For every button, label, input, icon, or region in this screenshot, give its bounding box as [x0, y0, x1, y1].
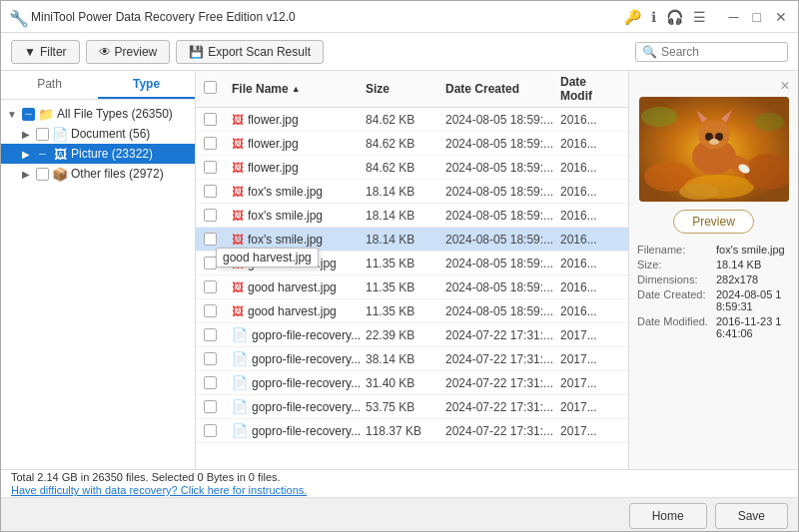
- meta-row-date-created: Date Created: 2024-08-05 18:59:31: [637, 288, 790, 312]
- table-row[interactable]: 🖼good harvest.jpg 11.35 KB 2024-08-05 18…: [196, 252, 628, 275]
- row-checkbox-10[interactable]: [204, 328, 217, 341]
- search-box[interactable]: 🔍: [635, 42, 788, 62]
- row-checkbox-9[interactable]: [204, 304, 217, 317]
- close-button[interactable]: ✕: [772, 9, 790, 25]
- folder-icon-other: 📦: [52, 168, 68, 180]
- tree-item-document[interactable]: ▶ 📄 Document (56): [1, 124, 195, 144]
- table-row[interactable]: 🖼flower.jpg 84.62 KB 2024-08-05 18:59:..…: [196, 156, 628, 180]
- title-bar: 🔧 MiniTool Power Data Recovery Free Edit…: [1, 1, 798, 33]
- svg-point-16: [641, 107, 677, 127]
- tab-path[interactable]: Path: [1, 71, 98, 99]
- jpg-icon: 🖼: [232, 304, 244, 318]
- date-created-label: Date Created:: [637, 288, 712, 312]
- table-row[interactable]: 🖼fox's smile.jpg 18.14 KB 2024-08-05 18:…: [196, 180, 628, 204]
- row-checkbox-7[interactable]: [204, 257, 217, 269]
- tree-item-picture[interactable]: ▶ ─ 🖼 Picture (23322): [1, 144, 195, 164]
- preview-icon: 👁: [99, 45, 111, 59]
- date-modified-label: Date Modified.: [637, 315, 712, 339]
- tree-item-all[interactable]: ▼ ─ 📁 All File Types (26350): [1, 104, 195, 124]
- checkbox-picture[interactable]: ─: [36, 148, 49, 161]
- meta-row-size: Size: 18.14 KB: [637, 259, 790, 270]
- jpg-icon: 🖼: [232, 161, 244, 175]
- row-checkbox-2[interactable]: [204, 137, 217, 150]
- meta-row-dimensions: Dimensions: 282x178: [637, 273, 790, 285]
- header-name[interactable]: File Name ▲: [232, 82, 366, 96]
- table-row[interactable]: 📄gopro-file-recovery... 53.75 KB 2024-07…: [196, 395, 628, 419]
- tree-label-other: Other files (2972): [71, 167, 164, 181]
- status-text: Total 2.14 GB in 26350 files. Selected 0…: [11, 471, 307, 483]
- jpg-icon: 🖼: [232, 257, 244, 270]
- help-link[interactable]: Have difficulty with data recovery? Clic…: [11, 484, 307, 496]
- file-icon: 📄: [232, 327, 248, 342]
- file-list: File Name ▲ Size Date Created Date Modif…: [196, 71, 628, 469]
- checkbox-all[interactable]: ─: [22, 108, 35, 121]
- filter-button[interactable]: ▼ Filter: [11, 40, 80, 64]
- file-icon: 📄: [232, 423, 248, 438]
- select-all-checkbox[interactable]: [204, 81, 217, 94]
- size-label: Size:: [637, 259, 712, 270]
- folder-icon-all: 📁: [38, 108, 54, 120]
- status-bar: Total 2.14 GB in 26350 files. Selected 0…: [1, 469, 798, 497]
- checkbox-document[interactable]: [36, 128, 49, 141]
- row-checkbox-1[interactable]: [204, 113, 217, 126]
- file-table-header: File Name ▲ Size Date Created Date Modif: [196, 71, 628, 108]
- table-row[interactable]: 🖼flower.jpg 84.62 KB 2024-08-05 18:59:..…: [196, 108, 628, 132]
- header-date-created[interactable]: Date Created: [445, 82, 560, 96]
- table-row[interactable]: 🖼good harvest.jpg 11.35 KB 2024-08-05 18…: [196, 299, 628, 323]
- menu-icon[interactable]: ☰: [693, 9, 706, 25]
- export-button[interactable]: 💾 Export Scan Result: [176, 40, 324, 64]
- row-checkbox-3[interactable]: [204, 161, 217, 174]
- bottom-bar: Home Save: [1, 497, 798, 532]
- table-row-selected[interactable]: 🖼fox's smile.jpg 18.14 KB 2024-08-05 18:…: [196, 228, 628, 252]
- preview-image-button[interactable]: Preview: [673, 210, 754, 234]
- key-icon[interactable]: 🔑: [624, 9, 641, 25]
- tree-label-picture: Picture (23322): [71, 147, 153, 161]
- jpg-icon: 🖼: [232, 137, 244, 151]
- tree-label-all: All File Types (26350): [57, 107, 173, 121]
- minimize-button[interactable]: ─: [726, 9, 742, 25]
- maximize-button[interactable]: □: [750, 9, 764, 25]
- table-row[interactable]: 📄gopro-file-recovery... 31.40 KB 2024-07…: [196, 371, 628, 395]
- info-icon[interactable]: ℹ: [651, 9, 656, 25]
- svg-point-17: [754, 113, 784, 131]
- title-icons: 🔑 ℹ 🎧 ☰: [624, 9, 706, 25]
- tree-label-document: Document (56): [71, 127, 150, 141]
- file-icon: 📄: [232, 399, 248, 414]
- folder-icon-document: 📄: [52, 128, 68, 140]
- preview-button[interactable]: 👁 Preview: [86, 40, 171, 64]
- checkbox-other[interactable]: [36, 168, 49, 181]
- table-row[interactable]: 📄gopro-file-recovery... 118.37 KB 2024-0…: [196, 419, 628, 443]
- row-checkbox-11[interactable]: [204, 352, 217, 365]
- table-row[interactable]: 📄gopro-file-recovery... 38.14 KB 2024-07…: [196, 347, 628, 371]
- row-checkbox-8[interactable]: [204, 280, 217, 293]
- save-button[interactable]: Save: [715, 503, 788, 529]
- row-checkbox-14[interactable]: [204, 424, 217, 437]
- tree-item-other[interactable]: ▶ 📦 Other files (2972): [1, 164, 195, 184]
- header-check: [204, 81, 232, 97]
- tab-type[interactable]: Type: [98, 71, 195, 99]
- jpg-icon: 🖼: [232, 280, 244, 294]
- home-button[interactable]: Home: [629, 503, 707, 529]
- toolbar-right: 🔍: [635, 42, 788, 62]
- table-row[interactable]: 🖼flower.jpg 84.62 KB 2024-08-05 18:59:..…: [196, 132, 628, 156]
- row-checkbox-13[interactable]: [204, 400, 217, 413]
- row-checkbox-12[interactable]: [204, 376, 217, 389]
- table-row[interactable]: 🖼good harvest.jpg 11.35 KB 2024-08-05 18…: [196, 275, 628, 299]
- preview-close-button[interactable]: ✕: [637, 79, 790, 93]
- filter-icon: ▼: [24, 45, 36, 59]
- header-size[interactable]: Size: [366, 82, 445, 96]
- title-left: 🔧 MiniTool Power Data Recovery Free Edit…: [9, 9, 296, 25]
- row-checkbox-6[interactable]: [204, 233, 217, 246]
- row-checkbox-4[interactable]: [204, 185, 217, 198]
- header-date-modif[interactable]: Date Modif: [560, 75, 620, 103]
- table-row[interactable]: 🖼fox's smile.jpg 18.14 KB 2024-08-05 18:…: [196, 204, 628, 228]
- jpg-icon: 🖼: [232, 185, 244, 199]
- filename-label: Filename:: [637, 244, 712, 256]
- size-value: 18.14 KB: [716, 259, 761, 270]
- table-row[interactable]: 📄gopro-file-recovery... 22.39 KB 2024-07…: [196, 323, 628, 347]
- sort-icon: ▲: [292, 84, 301, 94]
- search-input[interactable]: [661, 45, 781, 59]
- left-panel: Path Type ▼ ─ 📁 All File Types (26350) ▶…: [1, 71, 196, 469]
- row-checkbox-5[interactable]: [204, 209, 217, 222]
- headset-icon[interactable]: 🎧: [666, 9, 683, 25]
